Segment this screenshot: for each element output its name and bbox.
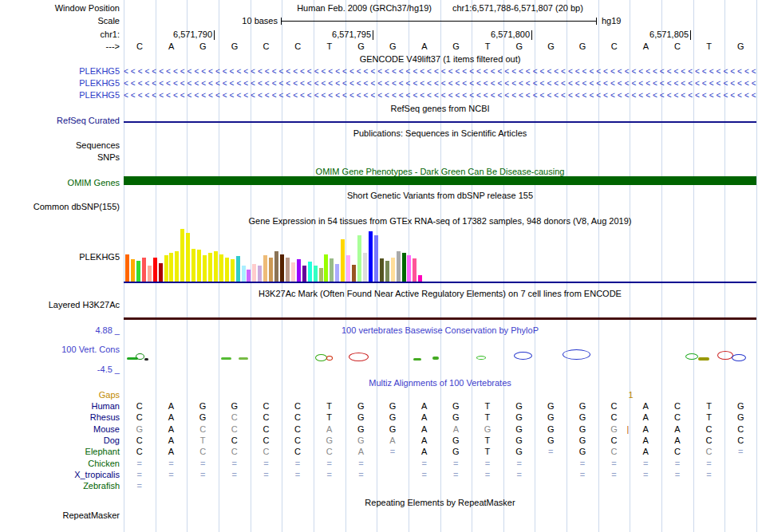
dbsnp-track-label[interactable]: Common dbSNP(155) [0,202,120,212]
gtex-tissue-bar[interactable] [197,250,201,282]
multiz-track-title[interactable]: Multiz Alignments of 100 Vertebrates [124,378,756,388]
omim-genes-label[interactable]: OMIM Genes [0,178,120,188]
gtex-tissue-bar[interactable] [335,264,339,282]
species-label-mouse[interactable]: Mouse [0,424,120,435]
gtex-tissue-bar[interactable] [346,255,350,282]
phylop-track-label[interactable]: 100 Vert. Cons [0,345,120,355]
gtex-tissue-bar[interactable] [236,256,240,282]
gtex-tissue-bar[interactable] [208,253,212,282]
alignment-row-rhesus[interactable]: CAGCCCTGGAGTGGGCACTG [124,412,756,423]
refseq-transcript-line[interactable] [124,121,756,123]
gtex-tissue-bar[interactable] [380,258,384,282]
gtex-tissue-bar[interactable] [247,270,251,282]
gtex-gene-label[interactable]: PLEKHG5 [0,252,120,262]
gtex-tissue-bar[interactable] [280,254,284,282]
gtex-tissue-bar[interactable] [391,258,395,282]
gene-label-plekhg5-1[interactable]: PLEKHG5 [0,66,120,77]
alignment-row-x_tropicalis[interactable]: ================= [124,470,756,480]
phylop-conservation-track[interactable] [124,343,756,368]
gtex-tissue-bar[interactable] [219,254,223,282]
gencode-track-title[interactable]: GENCODE V49lift37 (1 items filtered out) [124,54,756,65]
gene-label-plekhg5-3[interactable]: PLEKHG5 [0,90,120,100]
gtex-tissue-bar[interactable] [258,266,262,282]
gtex-tissue-bar[interactable] [314,266,318,282]
gtex-tissue-bar[interactable] [164,255,168,282]
gtex-tissue-bar[interactable] [191,249,195,282]
species-label-elephant[interactable]: Elephant [0,447,120,457]
transcript-arrows-1[interactable]: <<<<<<<<<<<<<<<<<<<<<<<<<<<<<<<<<<<<<<<<… [124,66,756,77]
phylop-track-title[interactable]: 100 vertebrates Basewise Conservation by… [124,325,756,336]
gtex-tissue-bar[interactable] [203,255,207,282]
species-label-human[interactable]: Human [0,401,120,412]
gtex-tissue-bar[interactable] [286,258,290,282]
gtex-tissue-bar[interactable] [131,259,135,282]
h3k27ac-signal-line[interactable] [124,317,756,320]
gtex-tissue-bar[interactable] [252,264,256,282]
omim-gene-bar[interactable] [124,176,756,185]
gtex-tissue-bar[interactable] [352,265,356,282]
gtex-tissue-bar[interactable] [269,258,273,282]
transcript-arrows-3[interactable]: <<<<<<<<<<<<<<<<<<<<<<<<<<<<<<<<<<<<<<<<… [124,90,756,100]
gtex-tissue-bar[interactable] [180,229,184,282]
gtex-tissue-bar[interactable] [175,251,179,282]
gtex-tissue-bar[interactable] [169,253,173,282]
species-label-zebrafish[interactable]: Zebrafish [0,481,120,491]
repeatmasker-track-title[interactable]: Repeating Elements by RepeatMasker [124,498,756,508]
repeatmasker-track-label[interactable]: RepeatMasker [0,510,120,521]
refseq-track-title[interactable]: RefSeq genes from NCBI [124,104,756,114]
gtex-tissue-bar[interactable] [242,266,246,282]
gaps-row-label[interactable]: Gaps [0,390,120,400]
alignment-row-mouse[interactable]: GACCCCAGGAAGGGGGAACC| [124,424,756,435]
transcript-arrows-2[interactable]: <<<<<<<<<<<<<<<<<<<<<<<<<<<<<<<<<<<<<<<<… [124,78,756,89]
gtex-tissue-bar[interactable] [136,261,140,282]
gtex-tissue-bar[interactable] [263,255,267,282]
alignment-row-elephant[interactable]: CACCCCCA=AGTG=GCACC= [124,447,756,457]
gtex-tissue-bar[interactable] [397,251,401,282]
gtex-tissue-bar[interactable] [291,262,295,282]
snps-track-label[interactable]: SNPs [0,152,120,163]
alignment-row-dog[interactable]: CATCCCGGAAGTGGGCAACC [124,435,756,446]
dbsnp-track-title[interactable]: Short Genetic Variants from dbSNP releas… [124,191,756,201]
gtex-tissue-bar[interactable] [125,254,129,282]
gtex-tissue-bar[interactable] [225,258,229,282]
gtex-tissue-bar[interactable] [407,255,411,282]
gtex-tissue-bar[interactable] [302,266,306,282]
gtex-tissue-bar[interactable] [231,259,235,282]
gtex-tissue-bar[interactable] [142,258,146,282]
gtex-tissue-bar[interactable] [363,253,367,282]
gtex-tissue-bar[interactable] [186,233,190,282]
gtex-tissue-bar[interactable] [413,258,417,282]
gtex-tissue-bar[interactable] [159,263,163,282]
species-label-rhesus[interactable]: Rhesus [0,412,120,423]
gtex-tissue-bar[interactable] [297,259,301,282]
gtex-tissue-bar[interactable] [214,251,218,282]
gtex-expression-chart[interactable] [124,229,756,282]
gene-label-plekhg5-2[interactable]: PLEKHG5 [0,78,120,89]
gtex-tissue-bar[interactable] [148,266,152,282]
species-label-chicken[interactable]: Chicken [0,459,120,469]
gtex-track-title[interactable]: Gene Expression in 54 tissues from GTEx … [124,216,756,227]
gtex-tissue-bar[interactable] [330,258,334,282]
alignment-row-zebrafish[interactable]: = [124,481,756,491]
gtex-tissue-bar[interactable] [369,231,373,282]
species-label-dog[interactable]: Dog [0,435,120,446]
publications-track-title[interactable]: Publications: Sequences in Scientific Ar… [124,128,756,139]
gtex-tissue-bar[interactable] [418,275,422,282]
sequences-track-label[interactable]: Sequences [0,140,120,151]
gtex-tissue-bar[interactable] [357,235,361,282]
gtex-tissue-bar[interactable] [324,254,328,282]
species-label-x_tropicalis[interactable]: X_tropicalis [0,470,120,480]
gtex-tissue-bar[interactable] [274,251,278,282]
gtex-tissue-bar[interactable] [308,262,312,282]
alignment-row-chicken[interactable]: ================= [124,459,756,469]
gtex-tissue-bar[interactable] [319,268,323,282]
gtex-tissue-bar[interactable] [374,235,378,282]
gtex-tissue-bar[interactable] [385,261,389,282]
h3k27ac-track-title[interactable]: H3K27Ac Mark (Often Found Near Active Re… [124,289,756,299]
gtex-tissue-bar[interactable] [402,253,406,282]
h3k27ac-track-label[interactable]: Layered H3K27Ac [0,300,120,310]
alignment-row-human[interactable]: CAGGCCTGGAGTGGGCACTG [124,401,756,412]
gtex-tissue-bar[interactable] [153,258,157,282]
gtex-tissue-bar[interactable] [341,239,345,282]
refseq-curated-label[interactable]: RefSeq Curated [0,116,120,126]
